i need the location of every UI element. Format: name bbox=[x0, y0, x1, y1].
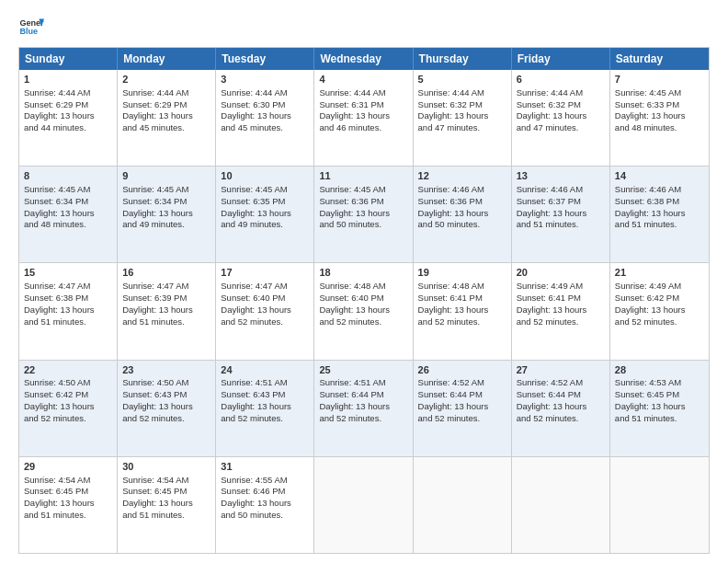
day-info-line: and 52 minutes. bbox=[517, 413, 605, 425]
header-day-thursday: Thursday bbox=[414, 48, 512, 70]
day-info-line: Daylight: 13 hours bbox=[615, 304, 704, 316]
header-day-monday: Monday bbox=[118, 48, 216, 70]
svg-text:Blue: Blue bbox=[19, 27, 38, 36]
day-cell-30: 30Sunrise: 4:54 AMSunset: 6:45 PMDayligh… bbox=[118, 457, 216, 553]
day-info-line: Sunrise: 4:44 AM bbox=[221, 87, 309, 99]
day-info-line: Sunset: 6:42 PM bbox=[24, 389, 112, 401]
logo: General Blue bbox=[18, 14, 44, 40]
day-info-line: Sunrise: 4:45 AM bbox=[24, 184, 112, 196]
day-info-line: Daylight: 13 hours bbox=[418, 401, 506, 413]
header-day-tuesday: Tuesday bbox=[216, 48, 314, 70]
day-cell-18: 18Sunrise: 4:48 AMSunset: 6:40 PMDayligh… bbox=[314, 263, 413, 359]
day-info-line: Sunset: 6:34 PM bbox=[24, 196, 112, 208]
day-info-line: Sunrise: 4:48 AM bbox=[418, 281, 506, 293]
day-info-line: and 52 minutes. bbox=[418, 413, 506, 425]
day-info-line: and 52 minutes. bbox=[319, 413, 407, 425]
day-info-line: Daylight: 13 hours bbox=[418, 110, 506, 122]
day-info-line: and 51 minutes. bbox=[122, 510, 210, 522]
day-info-line: Daylight: 13 hours bbox=[517, 304, 605, 316]
day-number: 3 bbox=[221, 73, 309, 86]
day-info-line: and 50 minutes. bbox=[418, 219, 506, 231]
day-info-line: and 51 minutes. bbox=[615, 413, 704, 425]
day-info-line: Sunrise: 4:44 AM bbox=[122, 87, 210, 99]
day-info-line: Sunrise: 4:53 AM bbox=[615, 377, 704, 389]
day-info-line: Sunrise: 4:52 AM bbox=[517, 377, 605, 389]
day-info-line: and 48 minutes. bbox=[24, 219, 112, 231]
day-number: 7 bbox=[615, 73, 704, 86]
day-info-line: Sunset: 6:33 PM bbox=[615, 99, 704, 111]
day-info-line: and 52 minutes. bbox=[319, 316, 407, 328]
day-number: 15 bbox=[24, 266, 112, 280]
day-cell-8: 8Sunrise: 4:45 AMSunset: 6:34 PMDaylight… bbox=[19, 167, 118, 262]
day-info-line: Sunrise: 4:51 AM bbox=[221, 377, 309, 389]
day-number: 30 bbox=[122, 460, 210, 474]
day-info-line: Sunrise: 4:45 AM bbox=[221, 184, 309, 196]
day-number: 18 bbox=[319, 266, 407, 280]
day-cell-7: 7Sunrise: 4:45 AMSunset: 6:33 PMDaylight… bbox=[610, 70, 709, 166]
day-info-line: Sunrise: 4:51 AM bbox=[319, 377, 407, 389]
header-day-wednesday: Wednesday bbox=[314, 48, 413, 70]
day-cell-13: 13Sunrise: 4:46 AMSunset: 6:37 PMDayligh… bbox=[512, 167, 610, 262]
day-info-line: Daylight: 13 hours bbox=[221, 304, 309, 316]
day-info-line: Sunrise: 4:55 AM bbox=[221, 475, 309, 487]
day-info-line: Daylight: 13 hours bbox=[319, 401, 407, 413]
day-info-line: and 51 minutes. bbox=[24, 510, 112, 522]
day-info-line: Sunset: 6:32 PM bbox=[418, 99, 506, 111]
day-cell-25: 25Sunrise: 4:51 AMSunset: 6:44 PMDayligh… bbox=[314, 361, 413, 456]
day-info-line: Sunrise: 4:44 AM bbox=[418, 87, 506, 99]
day-info-line: Daylight: 13 hours bbox=[24, 304, 112, 316]
calendar-row-4: 22Sunrise: 4:50 AMSunset: 6:42 PMDayligh… bbox=[19, 360, 709, 456]
day-info-line: Daylight: 13 hours bbox=[319, 304, 407, 316]
day-info-line: Sunset: 6:39 PM bbox=[122, 293, 210, 304]
day-number: 4 bbox=[319, 73, 407, 86]
day-number: 9 bbox=[122, 169, 210, 183]
day-number: 23 bbox=[122, 363, 210, 377]
day-info-line: and 47 minutes. bbox=[517, 122, 605, 134]
day-info-line: Daylight: 13 hours bbox=[221, 208, 309, 220]
day-info-line: Sunrise: 4:46 AM bbox=[517, 184, 605, 196]
day-cell-1: 1Sunrise: 4:44 AMSunset: 6:29 PMDaylight… bbox=[19, 70, 118, 166]
day-info-line: Daylight: 13 hours bbox=[615, 110, 704, 122]
logo-icon: General Blue bbox=[18, 14, 44, 40]
day-info-line: Sunset: 6:29 PM bbox=[122, 99, 210, 111]
day-cell-22: 22Sunrise: 4:50 AMSunset: 6:42 PMDayligh… bbox=[19, 361, 118, 456]
day-info-line: Sunset: 6:45 PM bbox=[122, 486, 210, 498]
day-info-line: Sunset: 6:43 PM bbox=[122, 389, 210, 401]
day-info-line: Sunset: 6:31 PM bbox=[319, 99, 407, 111]
day-info-line: Sunset: 6:40 PM bbox=[221, 293, 309, 304]
day-info-line: and 51 minutes. bbox=[24, 316, 112, 328]
day-info-line: Sunset: 6:36 PM bbox=[418, 196, 506, 208]
day-info-line: Sunset: 6:34 PM bbox=[122, 196, 210, 208]
day-info-line: Sunrise: 4:44 AM bbox=[24, 87, 112, 99]
day-info-line: and 52 minutes. bbox=[418, 316, 506, 328]
day-info-line: Sunrise: 4:50 AM bbox=[122, 377, 210, 389]
day-info-line: Daylight: 13 hours bbox=[122, 401, 210, 413]
day-info-line: Sunrise: 4:45 AM bbox=[615, 87, 704, 99]
day-info-line: Sunset: 6:44 PM bbox=[418, 389, 506, 401]
day-cell-6: 6Sunrise: 4:44 AMSunset: 6:32 PMDaylight… bbox=[512, 70, 610, 166]
day-info-line: and 51 minutes. bbox=[615, 219, 704, 231]
day-info-line: and 46 minutes. bbox=[319, 122, 407, 134]
day-cell-17: 17Sunrise: 4:47 AMSunset: 6:40 PMDayligh… bbox=[216, 263, 314, 359]
day-cell-10: 10Sunrise: 4:45 AMSunset: 6:35 PMDayligh… bbox=[216, 167, 314, 262]
day-info-line: Sunrise: 4:54 AM bbox=[122, 475, 210, 487]
day-cell-14: 14Sunrise: 4:46 AMSunset: 6:38 PMDayligh… bbox=[610, 167, 709, 262]
day-info-line: Sunset: 6:38 PM bbox=[615, 196, 704, 208]
day-info-line: and 50 minutes. bbox=[221, 510, 309, 522]
day-info-line: Sunset: 6:46 PM bbox=[221, 486, 309, 498]
day-info-line: Daylight: 13 hours bbox=[517, 401, 605, 413]
day-info-line: Sunset: 6:45 PM bbox=[615, 389, 704, 401]
day-info-line: Sunrise: 4:45 AM bbox=[122, 184, 210, 196]
day-cell-24: 24Sunrise: 4:51 AMSunset: 6:43 PMDayligh… bbox=[216, 361, 314, 456]
day-info-line: Sunrise: 4:49 AM bbox=[615, 281, 704, 293]
day-number: 11 bbox=[319, 169, 407, 183]
day-info-line: Daylight: 13 hours bbox=[615, 208, 704, 220]
day-number: 28 bbox=[615, 363, 704, 377]
header-day-saturday: Saturday bbox=[610, 48, 709, 70]
day-cell-16: 16Sunrise: 4:47 AMSunset: 6:39 PMDayligh… bbox=[118, 263, 216, 359]
day-cell-23: 23Sunrise: 4:50 AMSunset: 6:43 PMDayligh… bbox=[118, 361, 216, 456]
day-info-line: Sunset: 6:40 PM bbox=[319, 293, 407, 304]
day-number: 5 bbox=[418, 73, 506, 86]
day-number: 26 bbox=[418, 363, 506, 377]
day-cell-9: 9Sunrise: 4:45 AMSunset: 6:34 PMDaylight… bbox=[118, 167, 216, 262]
